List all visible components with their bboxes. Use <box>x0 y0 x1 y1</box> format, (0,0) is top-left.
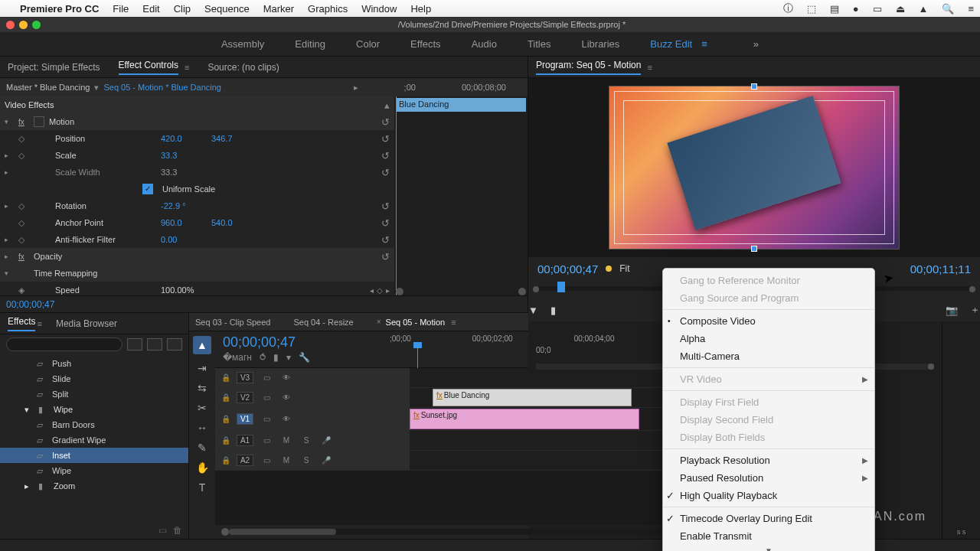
razor-tool-icon[interactable]: ✂ <box>198 402 207 414</box>
fx-badge[interactable]: fx <box>18 118 29 126</box>
menu-high-quality-playback[interactable]: ✓High Quality Playback <box>663 487 874 504</box>
lock-icon[interactable]: 🔒 <box>221 373 230 382</box>
tab-program[interactable]: Program: Seq 05 - Motion <box>536 60 641 75</box>
eye-icon[interactable]: 👁 <box>279 415 293 423</box>
program-tc-duration[interactable]: 00;00;11;11 <box>910 262 971 276</box>
keyframe-toggle-icon[interactable]: ◇ <box>18 201 29 211</box>
ec-sequence[interactable]: Seq 05 - Motion * Blue Dancing <box>103 83 220 92</box>
lock-icon[interactable]: 🔒 <box>221 456 230 465</box>
list-icon[interactable]: ≡ <box>968 3 974 15</box>
zoom-window-button[interactable] <box>32 21 41 29</box>
keyframe-toggle-icon[interactable]: ◇ <box>18 218 29 228</box>
link-icon[interactable]: ⥀ <box>260 352 266 363</box>
anchor-y[interactable]: 540.0 <box>211 218 257 227</box>
new-bin-icon[interactable]: ▭ <box>158 525 167 536</box>
effects-search-input[interactable] <box>6 337 122 351</box>
next-keyframe-icon[interactable]: ▸ <box>386 286 390 295</box>
fx-badge[interactable]: fx <box>18 253 29 261</box>
effect-controls-timecode[interactable]: 00;00;00;47 <box>0 295 528 312</box>
lock-icon[interactable]: 🔒 <box>221 415 230 423</box>
slip-tool-icon[interactable]: ↔ <box>197 422 207 434</box>
reset-icon[interactable]: ↺ <box>381 234 390 246</box>
ws-editing[interactable]: Editing <box>295 38 325 50</box>
toggle-output-icon[interactable]: ▭ <box>260 415 273 423</box>
pen-tool-icon[interactable]: ✎ <box>198 442 207 454</box>
lock-icon[interactable]: 🔒 <box>221 393 230 402</box>
menu-timecode-overlay[interactable]: ✓Timecode Overlay During Edit <box>663 510 874 527</box>
transform-handle[interactable] <box>751 246 757 252</box>
toggle-output-icon[interactable]: ▭ <box>260 373 273 382</box>
timeline-timecode[interactable]: 00;00;00;47 <box>223 334 376 350</box>
ws-titles[interactable]: Titles <box>528 38 551 50</box>
antiflicker-value[interactable]: 0.00 <box>161 235 207 244</box>
preset-type-icon[interactable] <box>147 338 162 350</box>
section-toggle-icon[interactable]: ▴ <box>384 99 390 111</box>
close-window-button[interactable] <box>6 21 15 29</box>
voice-icon[interactable]: 🎤 <box>319 436 333 445</box>
twirl-icon[interactable]: ▸ <box>5 202 14 210</box>
type-tool-icon[interactable]: T <box>199 481 206 494</box>
keyframe-toggle-icon[interactable]: ◈ <box>18 285 29 295</box>
folder-wipe[interactable]: Wipe <box>54 405 73 414</box>
motion-direct-icon[interactable] <box>34 116 44 127</box>
ws-assembly[interactable]: Assembly <box>221 38 264 50</box>
clip-blue-dancing[interactable]: fxBlue Dancing <box>433 389 632 406</box>
mute-icon[interactable]: M <box>279 456 293 465</box>
menu-clip[interactable]: Clip <box>174 3 191 15</box>
twirl-icon[interactable]: ▸ <box>5 168 14 176</box>
panel-menu-icon[interactable]: ≡ <box>37 319 41 328</box>
tab-project[interactable]: Project: Simple Effects <box>8 62 100 73</box>
twirl-icon[interactable]: ▸ <box>24 481 34 491</box>
ws-effects[interactable]: Effects <box>410 38 441 50</box>
panel-menu-icon[interactable]: ≡ <box>185 63 189 72</box>
menu-paused-resolution[interactable]: Paused Resolution▶ <box>663 469 874 487</box>
prev-keyframe-icon[interactable]: ◂ <box>370 286 374 295</box>
reset-icon[interactable]: ↺ <box>381 150 390 161</box>
selection-tool-icon[interactable]: ▲ <box>193 336 211 354</box>
reset-icon[interactable]: ↺ <box>381 217 390 229</box>
scrub-playhead[interactable] <box>557 282 565 292</box>
twirl-icon[interactable]: ▸ <box>5 253 14 260</box>
marker-icon[interactable]: ▮ <box>273 352 279 363</box>
menu-multi-camera[interactable]: Multi-Camera <box>663 347 874 365</box>
position-y[interactable]: 346.7 <box>211 134 257 143</box>
clip-sunset[interactable]: fxSunset.jpg <box>410 409 639 429</box>
preset-type-icon[interactable] <box>167 338 182 350</box>
menu-sequence[interactable]: Sequence <box>204 3 250 15</box>
seq-tab-05[interactable]: Seq 05 - Motion <box>386 318 446 327</box>
mute-icon[interactable]: M <box>279 436 293 445</box>
lock-icon[interactable]: 🔒 <box>221 436 230 445</box>
zoom-fit-dropdown[interactable]: Fit <box>619 263 629 274</box>
toggle-output-icon[interactable]: ▭ <box>260 436 273 445</box>
workspace-overflow-icon[interactable]: » <box>753 38 759 50</box>
effect-wipe[interactable]: Wipe <box>52 466 71 475</box>
app-name[interactable]: Premiere Pro CC <box>20 3 99 15</box>
effect-push[interactable]: Push <box>52 359 71 368</box>
ws-buzz-edit[interactable]: Buzz Edit <box>650 38 692 50</box>
mark-in-icon[interactable]: ▼ <box>528 305 538 316</box>
hand-tool-icon[interactable]: ✋ <box>196 461 209 474</box>
menu-alpha[interactable]: Alpha <box>663 330 874 347</box>
menu-playback-resolution[interactable]: Playback Resolution▶ <box>663 452 874 469</box>
program-tc-current[interactable]: 00;00;00;47 <box>537 262 598 276</box>
twirl-icon[interactable]: ▸ <box>5 152 14 159</box>
rotation-value[interactable]: -22.9 ° <box>161 201 207 210</box>
tab-source[interactable]: Source: (no clips) <box>207 62 279 73</box>
snap-icon[interactable]: �магн <box>223 352 252 363</box>
uniform-scale-checkbox[interactable]: ✓ <box>142 184 153 194</box>
tab-effect-controls[interactable]: Effect Controls <box>119 60 178 75</box>
timeline-zoom-scrollbar[interactable] <box>229 529 672 535</box>
ripple-tool-icon[interactable]: ⇆ <box>198 382 207 394</box>
twirl-icon[interactable]: ▾ <box>5 269 14 277</box>
effect-barn-doors[interactable]: Barn Doors <box>52 420 95 429</box>
airplay-icon[interactable]: ⏏ <box>896 3 905 15</box>
folder-zoom[interactable]: Zoom <box>54 481 75 491</box>
reset-icon[interactable]: ↺ <box>381 201 390 212</box>
ws-libraries[interactable]: Libraries <box>581 38 619 50</box>
effect-gradient-wipe[interactable]: Gradient Wipe <box>52 435 106 445</box>
position-x[interactable]: 420.0 <box>161 134 207 143</box>
menu-marker[interactable]: Marker <box>263 3 294 15</box>
export-frame-icon[interactable]: 📷 <box>946 305 958 316</box>
effect-inset[interactable]: Inset <box>52 451 70 460</box>
panel-menu-icon[interactable]: ≡ <box>647 63 652 72</box>
